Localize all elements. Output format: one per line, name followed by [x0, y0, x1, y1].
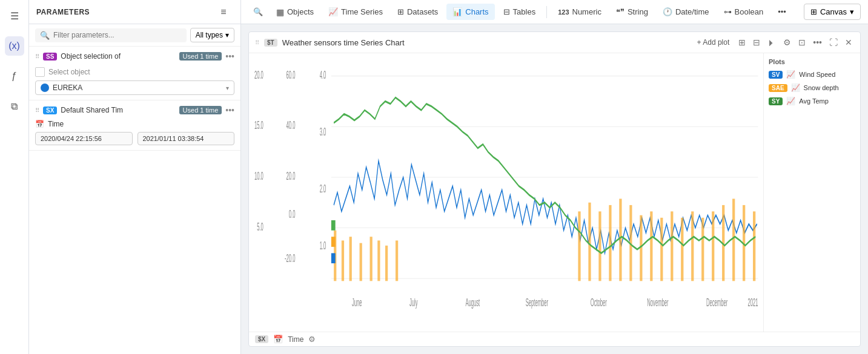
select-object-box-icon: [35, 67, 45, 77]
object-param-name: Object selection of: [61, 52, 175, 61]
ss-badge: SS: [43, 53, 57, 61]
chart-legend: Plots SV 📈 Wind Speed SAE 📈 Snow depth S…: [763, 53, 860, 332]
svg-text:2021: 2021: [748, 296, 758, 309]
datasets-label: Datasets: [407, 7, 438, 16]
expand-icon[interactable]: ⊞: [737, 36, 747, 49]
select-object-label: Select object: [48, 68, 90, 76]
params-title: PARAMETERS: [36, 8, 90, 16]
wind-speed-label: Wind Speed: [799, 71, 835, 78]
svg-rect-31: [377, 240, 380, 281]
menu-icon[interactable]: ☰: [5, 6, 24, 25]
legend-avg-temp[interactable]: SY 📈 Avg Temp: [769, 97, 855, 105]
ellipsis-icon[interactable]: •••: [811, 36, 824, 49]
end-time-input[interactable]: [137, 132, 235, 145]
svg-text:15.0: 15.0: [254, 119, 263, 131]
canvas-grid-icon: ⊞: [810, 7, 817, 16]
sv-legend-badge: SV: [769, 71, 783, 79]
chart-drag-handle[interactable]: ⠿: [255, 39, 259, 46]
chart-tag: $T: [264, 39, 277, 47]
nav-datetime[interactable]: 🕐 Date/time: [657, 4, 715, 20]
svg-rect-49: [732, 198, 735, 281]
collapse-icon[interactable]: ≡: [214, 2, 233, 22]
svg-rect-42: [660, 218, 663, 281]
time-drag-handle[interactable]: ⠿: [35, 107, 39, 114]
svg-text:December: December: [706, 296, 727, 309]
search-input[interactable]: [53, 31, 182, 39]
object-used-badge: Used 1 time: [179, 52, 222, 61]
all-types-button[interactable]: All types ▾: [190, 28, 234, 42]
svg-rect-54: [331, 220, 336, 231]
play-icon[interactable]: ⏵: [766, 36, 778, 49]
object-selection-block: ⠿ SS Object selection of Used 1 time •••…: [29, 47, 240, 100]
svg-text:3.0: 3.0: [320, 125, 326, 138]
numeric-icon: 123: [558, 8, 569, 16]
nav-more[interactable]: •••: [772, 4, 792, 20]
chart-container: ⠿ $T Weather sensors time Series Chart +…: [248, 31, 861, 347]
svg-rect-52: [331, 253, 336, 263]
nav-charts[interactable]: 📊 Charts: [446, 4, 494, 20]
svg-text:40.0: 40.0: [287, 119, 296, 131]
nav-separator-1: [546, 6, 547, 18]
object-selector-dropdown[interactable]: EUREKA ▾: [35, 80, 234, 95]
sy-legend-badge: SY: [769, 97, 783, 105]
svg-rect-38: [619, 198, 621, 281]
variables-icon[interactable]: (x): [5, 36, 24, 56]
objects-icon: ▦: [276, 7, 284, 17]
sx-badge: SX: [43, 107, 57, 114]
footer-settings-icon[interactable]: ⚙: [308, 335, 316, 344]
snow-depth-line-icon: 📈: [791, 84, 800, 92]
nav-search-button[interactable]: 🔍: [248, 2, 268, 22]
legend-title: Plots: [769, 58, 855, 65]
nav-string[interactable]: ❝❞ String: [610, 4, 654, 20]
svg-text:20.0: 20.0: [254, 68, 263, 81]
close-icon[interactable]: ✕: [843, 36, 854, 49]
time-more-button[interactable]: •••: [225, 105, 234, 115]
nav-datasets[interactable]: ⊞ Datasets: [391, 4, 444, 20]
nav-numeric[interactable]: 123 Numeric: [552, 4, 608, 20]
layout-icon[interactable]: ⊡: [797, 36, 807, 49]
svg-rect-33: [396, 240, 398, 281]
chart-svg-area: 20.0 15.0 10.0 5.0 60.0 40.0 20.0 0.0 -2…: [249, 53, 763, 332]
svg-text:1.0: 1.0: [320, 239, 326, 252]
tables-icon: ⊟: [503, 7, 510, 16]
datetime-label: Date/time: [675, 7, 709, 16]
settings-icon[interactable]: ⚙: [781, 36, 793, 49]
add-plot-button[interactable]: + Add plot: [694, 37, 734, 48]
svg-text:November: November: [647, 296, 668, 309]
svg-rect-53: [331, 237, 336, 247]
object-drag-handle[interactable]: ⠿: [35, 53, 39, 60]
svg-rect-45: [691, 211, 694, 281]
collapse-icon[interactable]: ⊟: [751, 36, 762, 49]
all-types-arrow-icon: ▾: [225, 31, 229, 39]
time-block: ⠿ SX Default Shared Tim Used 1 time ••• …: [29, 100, 240, 151]
object-more-button[interactable]: •••: [225, 51, 234, 61]
charts-icon: 📊: [452, 7, 462, 16]
snow-depth-label: Snow depth: [804, 84, 839, 91]
footer-calendar-icon: 📅: [273, 335, 283, 344]
svg-text:5.0: 5.0: [257, 220, 263, 233]
chart-footer: $X 📅 Time ⚙: [249, 332, 860, 346]
params-search-row: 🔍 All types ▾: [29, 24, 240, 47]
canvas-button[interactable]: ⊞ Canvas ▾: [804, 4, 861, 20]
nav-tables[interactable]: ⊟ Tables: [497, 4, 542, 20]
svg-rect-37: [609, 205, 611, 281]
object-selector-text: EUREKA: [53, 84, 222, 92]
layers-icon[interactable]: ⧉: [5, 97, 24, 116]
params-header: PARAMETERS ≡: [29, 0, 240, 24]
chart-header-actions: + Add plot ⊞ ⊟ ⏵ ⚙ ⊡ ••• ⛶ ✕: [694, 36, 854, 49]
svg-rect-35: [588, 203, 591, 281]
avg-temp-line-icon: 📈: [786, 97, 795, 105]
svg-rect-41: [650, 211, 652, 281]
start-time-input[interactable]: [35, 132, 133, 145]
nav-timeseries[interactable]: 📈 Time Series: [322, 4, 389, 20]
fullscreen-icon[interactable]: ⛶: [827, 36, 840, 49]
object-color-icon: [41, 84, 49, 92]
legend-snow-depth[interactable]: SAE 📈 Snow depth: [769, 84, 855, 92]
legend-wind-speed[interactable]: SV 📈 Wind Speed: [769, 70, 855, 79]
nav-boolean[interactable]: ⊶ Boolean: [718, 4, 770, 20]
svg-text:September: September: [526, 296, 548, 309]
function-icon[interactable]: ƒ: [5, 67, 24, 86]
nav-objects[interactable]: ▦ Objects: [270, 4, 320, 21]
string-icon: ❝❞: [616, 7, 624, 16]
svg-text:June: June: [352, 296, 362, 309]
